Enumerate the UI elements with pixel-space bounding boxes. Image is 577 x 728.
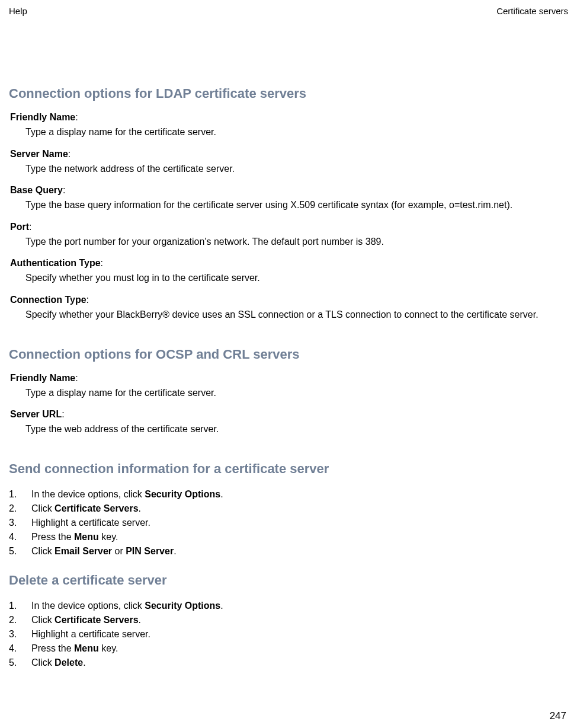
step-text: In the device options, click [31,601,145,611]
step-text: Click [31,657,55,668]
desc-server-name: Type the network address of the certific… [25,162,568,175]
term-conn-type: Connection Type [10,295,86,305]
step-bold: PIN Server [126,546,174,556]
step-text: Click [31,503,55,513]
section-delete: Delete a certificate server In the devic… [9,573,568,670]
step-item: Press the Menu key. [9,641,568,656]
desc-friendly-name-2: Type a display name for the certificate … [25,387,568,400]
desc-base-query: Type the base query information for the … [25,199,568,212]
step-bold: Certificate Servers [55,503,138,513]
term-auth-type: Authentication Type [10,258,101,268]
term-server-name: Server Name [10,149,68,159]
step-item: Highlight a certificate server. [9,516,568,530]
step-text: key. [99,643,118,653]
header-right: Certificate servers [496,6,568,16]
step-text: Press the [31,643,74,653]
heading-ldap: Connection options for LDAP certificate … [9,86,568,101]
section-ocsp-crl: Connection options for OCSP and CRL serv… [9,347,568,436]
desc-server-url: Type the web address of the certificate … [25,423,568,436]
step-text: Press the [31,532,74,542]
heading-send-info: Send connection information for a certif… [9,461,568,477]
desc-auth-type: Specify whether you must log in to the c… [25,272,568,285]
step-text: Highlight a certificate server. [31,629,150,639]
desc-port: Type the port number for your organizati… [25,235,568,248]
term-port: Port [10,222,29,232]
step-bold: Security Options [145,489,220,499]
heading-ocsp-crl: Connection options for OCSP and CRL serv… [9,347,568,362]
step-text: Click [31,546,55,556]
step-item: In the device options, click Security Op… [9,599,568,613]
step-item: Click Email Server or PIN Server. [9,544,568,558]
step-text: Click [31,615,55,625]
step-text: key. [99,532,118,542]
page-number: 247 [550,710,566,722]
step-bold: Delete [55,657,83,668]
desc-conn-type: Specify whether your BlackBerry® device … [25,308,568,321]
step-bold: Email Server [55,546,112,556]
step-item: Highlight a certificate server. [9,627,568,641]
step-bold: Security Options [145,601,220,611]
step-item: In the device options, click Security Op… [9,487,568,502]
step-item: Click Certificate Servers. [9,613,568,627]
step-text: Highlight a certificate server. [31,518,150,528]
step-text: or [112,546,126,556]
step-bold: Menu [74,532,99,542]
section-send-info: Send connection information for a certif… [9,461,568,558]
term-server-url: Server URL [10,409,62,419]
term-friendly-name: Friendly Name [10,112,75,122]
section-ldap: Connection options for LDAP certificate … [9,86,568,321]
step-bold: Certificate Servers [55,615,138,625]
step-item: Click Certificate Servers. [9,502,568,516]
desc-friendly-name: Type a display name for the certificate … [25,126,568,139]
heading-delete: Delete a certificate server [9,573,568,588]
step-item: Click Delete. [9,656,568,670]
header-left: Help [9,6,27,16]
step-item: Press the Menu key. [9,530,568,544]
step-text: In the device options, click [31,489,145,499]
step-bold: Menu [74,643,99,653]
term-base-query: Base Query [10,185,63,195]
term-friendly-name-2: Friendly Name [10,373,75,383]
